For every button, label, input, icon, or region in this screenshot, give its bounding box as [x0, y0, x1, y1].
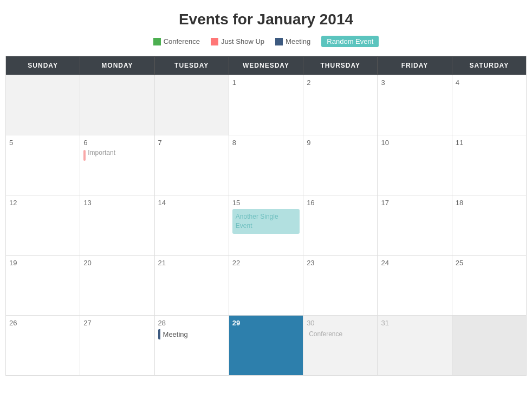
day-27: 27	[83, 319, 151, 327]
cell-jan9: 9	[303, 135, 378, 195]
day-26: 26	[9, 319, 76, 327]
header-tuesday: TUESDAY	[154, 56, 229, 75]
cell-jan28: 28 Meeting	[154, 316, 229, 376]
conference-color-box	[153, 38, 161, 45]
day-19: 19	[9, 259, 76, 267]
cell-jan27: 27	[80, 316, 154, 376]
cell-jan23: 23	[303, 256, 378, 316]
event-important[interactable]: Important	[83, 149, 151, 161]
day-6: 6	[83, 139, 151, 147]
header-saturday: SATURDAY	[452, 56, 526, 75]
day-21: 21	[158, 259, 225, 267]
day-8: 8	[232, 139, 300, 147]
week-row-5: 26 27 28 Meeting 29 30 Conferen	[6, 316, 527, 376]
event-another-single[interactable]: Another Single Event	[232, 209, 300, 234]
cell-jan3: 3	[378, 75, 452, 135]
cell-jan13: 13	[80, 195, 154, 256]
day-31: 31	[381, 319, 448, 327]
day-20: 20	[83, 259, 151, 267]
cell-jan18: 18	[452, 195, 526, 256]
header-monday: MONDAY	[80, 56, 154, 75]
cell-jan2: 2	[303, 75, 378, 135]
cell-jan15: 15 Another Single Event	[229, 195, 303, 256]
day-18: 18	[456, 199, 523, 207]
random-event-button[interactable]: Random Event	[321, 36, 379, 47]
legend: Conference Just Show Up Meeting Random E…	[5, 36, 527, 47]
cell-jan22: 22	[229, 256, 303, 316]
day-23: 23	[307, 259, 374, 267]
day-25: 25	[456, 259, 523, 267]
legend-label-just-show-up: Just Show Up	[221, 37, 264, 45]
day-10: 10	[381, 139, 448, 147]
header-sunday: SUNDAY	[6, 56, 80, 75]
cell-w1-tue	[154, 75, 229, 135]
legend-label-conference: Conference	[164, 37, 200, 45]
legend-item-just-show-up: Just Show Up	[211, 37, 264, 45]
week-row-2: 5 6 Important 7 8 9	[6, 135, 527, 195]
cell-jan26: 26	[6, 316, 80, 376]
day-17: 17	[381, 199, 448, 207]
cell-jan14: 14	[154, 195, 229, 256]
important-label: Important	[88, 149, 115, 156]
event-conference-grey[interactable]: Conference	[307, 329, 374, 339]
cell-jan29: 29	[229, 316, 303, 376]
meeting-label: Meeting	[160, 329, 191, 339]
calendar-header-row: SUNDAY MONDAY TUESDAY WEDNESDAY THURSDAY…	[6, 56, 527, 75]
cell-jan12: 12	[6, 195, 80, 256]
cell-w1-sun	[6, 75, 80, 135]
cell-jan8: 8	[229, 135, 303, 195]
week-row-3: 12 13 14 15 Another Single Event 16 17	[6, 195, 527, 256]
week-row-4: 19 20 21 22 23 24 25	[6, 256, 527, 316]
day-5: 5	[9, 139, 76, 147]
cell-jan19: 19	[6, 256, 80, 316]
cell-jan4: 4	[452, 75, 526, 135]
day-28: 28	[158, 319, 225, 327]
cell-jan24: 24	[378, 256, 452, 316]
cell-jan11: 11	[452, 135, 526, 195]
cell-jan16: 16	[303, 195, 378, 256]
cell-jan7: 7	[154, 135, 229, 195]
meeting-color-box	[275, 38, 283, 45]
week-row-1: 1 2 3 4	[6, 75, 527, 135]
cell-jan21: 21	[154, 256, 229, 316]
day-11: 11	[456, 139, 523, 147]
header-friday: FRIDAY	[378, 56, 452, 75]
page-title: Events for January 2014	[5, 11, 527, 28]
day-30: 30	[307, 319, 374, 327]
cell-jan25: 25	[452, 256, 526, 316]
day-14: 14	[158, 199, 225, 207]
cell-w1-mon	[80, 75, 154, 135]
cell-w5-sat	[452, 316, 526, 376]
calendar-table: SUNDAY MONDAY TUESDAY WEDNESDAY THURSDAY…	[5, 56, 527, 376]
important-dot	[83, 150, 86, 161]
cell-jan30: 30 Conference	[303, 316, 378, 376]
day-29: 29	[232, 319, 300, 327]
cell-jan20: 20	[80, 256, 154, 316]
day-9: 9	[307, 139, 374, 147]
day-1: 1	[232, 79, 300, 87]
legend-item-conference: Conference	[153, 37, 200, 45]
day-22: 22	[232, 259, 300, 267]
day-7: 7	[158, 139, 225, 147]
day-13: 13	[83, 199, 151, 207]
cell-jan5: 5	[6, 135, 80, 195]
day-4: 4	[456, 79, 523, 87]
cell-jan6: 6 Important	[80, 135, 154, 195]
cell-jan17: 17	[378, 195, 452, 256]
just-show-up-color-box	[211, 38, 218, 45]
event-meeting[interactable]: Meeting	[158, 329, 225, 339]
cell-jan1: 1	[229, 75, 303, 135]
legend-label-meeting: Meeting	[286, 37, 310, 45]
day-24: 24	[381, 259, 448, 267]
page-container: Events for January 2014 Conference Just …	[0, 0, 532, 381]
cell-jan31: 31	[378, 316, 452, 376]
day-16: 16	[307, 199, 374, 207]
legend-item-meeting: Meeting	[275, 37, 310, 45]
header-thursday: THURSDAY	[303, 56, 378, 75]
day-3: 3	[381, 79, 448, 87]
day-12: 12	[9, 199, 76, 207]
day-2: 2	[307, 79, 374, 87]
day-15: 15	[232, 199, 300, 207]
cell-jan10: 10	[378, 135, 452, 195]
header-wednesday: WEDNESDAY	[229, 56, 303, 75]
